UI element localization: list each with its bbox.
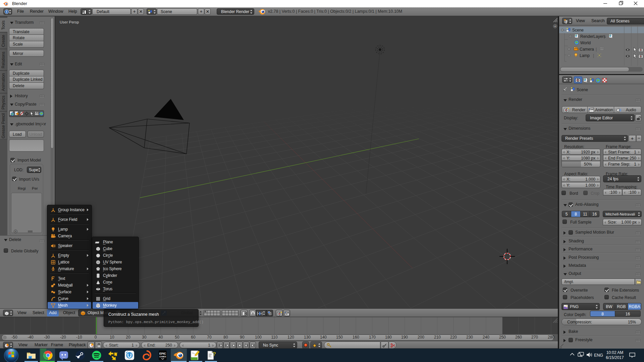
svg-text:GAMES: GAMES (159, 356, 166, 358)
svg-text:i: i (6, 10, 7, 13)
svg-text:?: ? (213, 351, 216, 357)
svg-text:EPIC: EPIC (159, 352, 166, 355)
